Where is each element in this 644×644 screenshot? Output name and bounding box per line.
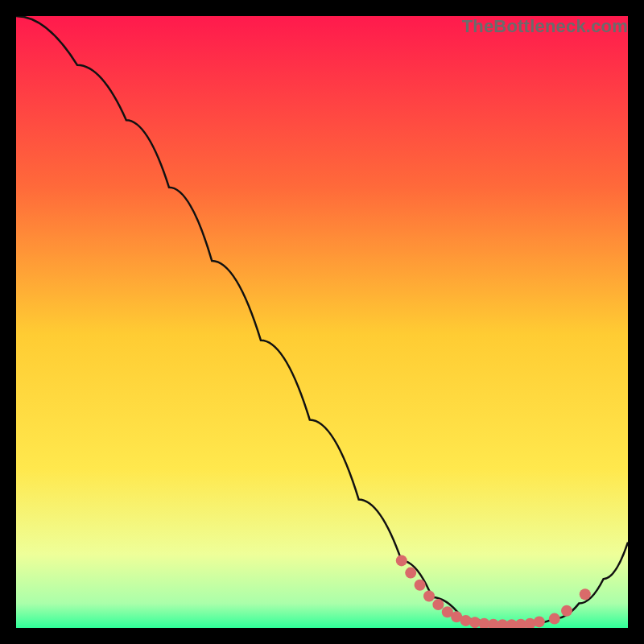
data-marker <box>415 580 426 591</box>
data-marker <box>549 613 560 625</box>
data-marker <box>405 568 416 579</box>
gradient-background <box>16 16 628 628</box>
data-marker <box>396 555 407 566</box>
chart-frame: TheBottleneck.com <box>16 16 628 628</box>
data-marker <box>423 590 435 601</box>
data-marker <box>580 588 591 600</box>
bottleneck-chart <box>16 16 628 628</box>
data-marker <box>534 616 545 627</box>
watermark-text: TheBottleneck.com <box>462 16 628 37</box>
data-marker <box>432 599 444 610</box>
data-marker <box>561 605 572 617</box>
